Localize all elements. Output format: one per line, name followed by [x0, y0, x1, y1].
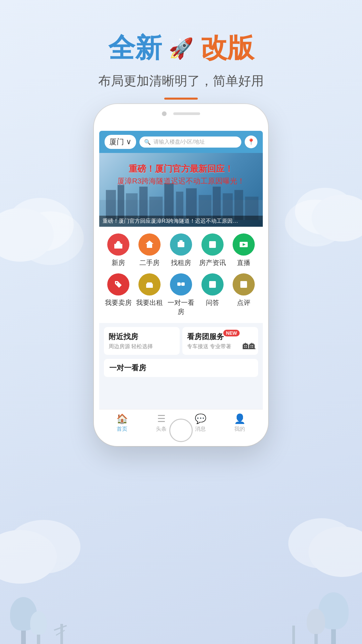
- nearby-card[interactable]: 附近找房 周边房源 轻松选择: [104, 327, 180, 355]
- city-selector[interactable]: 厦门 ∨: [105, 135, 136, 149]
- menu-item-review[interactable]: 点评: [230, 273, 257, 316]
- svg-rect-39: [177, 282, 181, 286]
- svg-text:?: ?: [211, 282, 214, 287]
- speaker-bar: [173, 112, 200, 115]
- review-icon: [233, 273, 255, 296]
- headlines-icon: ☰: [157, 413, 166, 424]
- svg-rect-23: [179, 243, 181, 246]
- lease-label: 我要出租: [136, 298, 163, 307]
- camera-dot: [162, 111, 167, 116]
- menu-item-qa[interactable]: ? 问答: [199, 273, 226, 316]
- menu-item-live[interactable]: 直播: [230, 233, 257, 267]
- banner-bottom-text: 重磅！厦门官方回应厦漳R3跨海隧道！迟迟不动工原因…: [103, 218, 238, 224]
- lease-icon: [138, 273, 161, 296]
- svg-rect-16: [117, 241, 120, 243]
- bottom-cards: 附近找房 周边房源 轻松选择 NEW 看房团服务 专车接送 专业带著 🏘: [99, 325, 263, 357]
- svg-rect-24: [181, 243, 183, 246]
- search-placeholder: 请输入楼盘/小区/地址: [154, 139, 205, 146]
- svg-rect-6: [164, 183, 174, 220]
- rocket-icon: 🚀: [169, 37, 194, 60]
- bg-cloud-bottom-right: [308, 527, 362, 577]
- svg-rect-21: [148, 245, 150, 248]
- rent-icon: [170, 233, 192, 256]
- svg-point-37: [147, 282, 149, 284]
- sell-icon: [107, 273, 129, 296]
- city-name: 厦门: [109, 137, 124, 147]
- banner-subtitle: 厦漳R3跨海隧道迟迟不动工原因曝光！: [106, 176, 256, 186]
- svg-marker-19: [145, 240, 154, 244]
- bg-cloud-left: [0, 208, 54, 262]
- phone-notch: [162, 111, 200, 116]
- one-to-one-label: 一对一看房: [168, 298, 194, 316]
- search-bar[interactable]: 🔍 请输入楼盘/小区/地址: [139, 137, 241, 148]
- live-label: 直播: [237, 258, 250, 267]
- menu-item-one-to-one[interactable]: 一对一看房: [168, 273, 194, 316]
- nav-home[interactable]: 🏠 首页: [105, 413, 139, 433]
- menu-row-1: 新房 二手房 找租房: [103, 233, 259, 267]
- menu-item-rent[interactable]: 找租房: [168, 233, 194, 267]
- nav-home-label: 首页: [117, 426, 127, 433]
- one-to-one-card[interactable]: 一对一看房: [104, 359, 258, 377]
- phone-mockup: 厦门 ∨ 🔍 请输入楼盘/小区/地址 📍: [94, 104, 268, 446]
- nav-profile-label: 我的: [234, 426, 245, 433]
- svg-rect-29: [210, 244, 215, 245]
- header-divider: [164, 98, 198, 100]
- profile-icon: 👤: [234, 413, 246, 424]
- menu-grid: 新房 二手房 找租房: [99, 227, 263, 323]
- second-hand-label: 二手房: [139, 258, 160, 267]
- svg-point-26: [181, 240, 183, 242]
- location-button[interactable]: 📍: [245, 136, 257, 148]
- svg-marker-33: [115, 281, 122, 288]
- news-icon: [201, 233, 224, 256]
- svg-rect-35: [146, 284, 153, 288]
- second-hand-icon: [138, 233, 161, 256]
- rent-label: 找租房: [171, 258, 191, 267]
- one-to-one-card-title: 一对一看房: [109, 363, 253, 373]
- menu-item-second-hand[interactable]: 二手房: [136, 233, 163, 267]
- phone-home-button[interactable]: [169, 419, 193, 442]
- qa-icon: ?: [201, 273, 224, 296]
- phone-outer: 厦门 ∨ 🔍 请输入楼盘/小区/地址 📍: [94, 104, 268, 446]
- svg-rect-18: [119, 245, 121, 247]
- sell-label: 我要卖房: [105, 298, 132, 307]
- building-icon: 🏘: [243, 338, 255, 352]
- home-icon: 🏠: [116, 413, 128, 424]
- svg-rect-15: [116, 243, 121, 244]
- new-badge: NEW: [223, 330, 240, 336]
- banner-bottom-bar: 重磅！厦门官方回应厦漳R3跨海隧道！迟迟不动工原因…: [99, 216, 263, 227]
- nav-messages-label: 消息: [195, 426, 206, 433]
- new-house-label: 新房: [112, 258, 125, 267]
- menu-item-new-house[interactable]: 新房: [105, 233, 132, 267]
- qa-label: 问答: [206, 298, 219, 307]
- header-section: 全新 🚀 改版 布局更加清晰明了，简单好用: [0, 30, 362, 100]
- svg-rect-17: [116, 245, 118, 247]
- svg-rect-4: [139, 186, 148, 220]
- bg-cloud-bottom-left: [0, 530, 57, 584]
- banner[interactable]: 重磅！厦门官方最新回应！ 厦漳R3跨海隧道迟迟不动工原因曝光！ 重磅！厦门官方回…: [99, 153, 263, 227]
- svg-rect-2: [118, 185, 124, 220]
- svg-point-34: [116, 282, 117, 283]
- header-title: 全新 🚀 改版: [0, 30, 362, 66]
- svg-rect-40: [181, 282, 185, 286]
- menu-item-lease[interactable]: 我要出租: [136, 273, 163, 316]
- news-label: 房产资讯: [199, 258, 226, 267]
- phone-screen: 厦门 ∨ 🔍 请输入楼盘/小区/地址 📍: [99, 131, 263, 436]
- nav-profile[interactable]: 👤 我的: [223, 413, 257, 433]
- menu-item-news[interactable]: 房产资讯: [199, 233, 226, 267]
- review-label: 点评: [237, 298, 250, 307]
- banner-text-area: 重磅！厦门官方最新回应！ 厦漳R3跨海隧道迟迟不动工原因曝光！: [99, 163, 263, 186]
- nav-headlines-label: 头条: [156, 426, 167, 433]
- new-house-icon: [107, 233, 129, 256]
- live-icon: [233, 233, 255, 256]
- search-icon: 🔍: [144, 139, 151, 145]
- nearby-title: 附近找房: [109, 332, 175, 342]
- nearby-sub: 周边房源 轻松选择: [109, 343, 175, 350]
- header-subtitle: 布局更加清晰明了，简单好用: [0, 72, 362, 90]
- svg-rect-10: [213, 186, 221, 220]
- svg-rect-30: [210, 246, 213, 246]
- banner-title: 重磅！厦门官方最新回应！: [106, 163, 256, 175]
- one-to-one-icon: [170, 273, 192, 296]
- menu-item-sell[interactable]: 我要卖房: [105, 273, 132, 316]
- title-left: 全新: [108, 30, 162, 66]
- tour-card[interactable]: NEW 看房团服务 专车接送 专业带著 🏘: [182, 327, 258, 355]
